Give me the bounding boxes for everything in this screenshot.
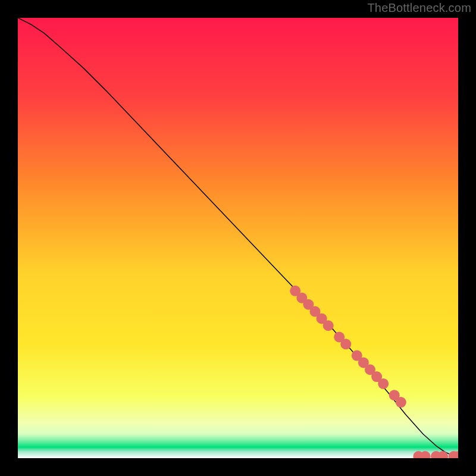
data-marker <box>396 397 406 408</box>
watermark-text: TheBottleneck.com <box>367 1 471 15</box>
data-marker <box>378 378 389 389</box>
data-marker <box>323 320 334 331</box>
data-marker <box>340 339 351 349</box>
chart-container: TheBottleneck.com <box>0 0 476 476</box>
bottleneck-chart <box>18 18 458 458</box>
